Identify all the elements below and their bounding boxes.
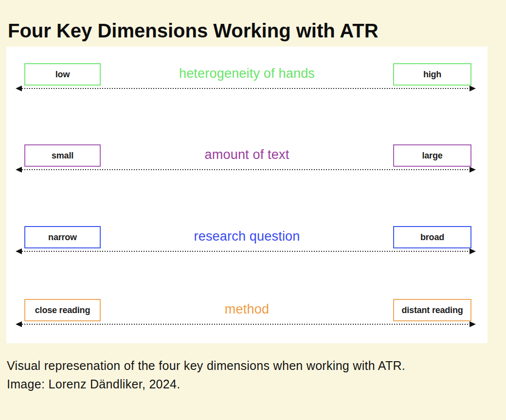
endpoint-label: large — [422, 151, 442, 161]
axis-line — [19, 324, 472, 325]
diagram-panel: low heterogeneity of hands high small am… — [6, 47, 488, 343]
caption-line-1: Visual represenation of the four key dim… — [7, 356, 405, 375]
axis-line — [19, 251, 472, 252]
arrow-right-icon — [470, 321, 476, 327]
arrow-right-icon — [470, 167, 476, 173]
page-title: Four Key Dimensions Working with ATR — [8, 20, 379, 42]
axis-arrow — [16, 321, 476, 327]
dimension-row-amount-of-text: small amount of text large — [6, 144, 488, 176]
endpoint-box-right: high — [393, 63, 471, 86]
endpoint-box-right: distant reading — [393, 299, 471, 321]
arrow-right-icon — [470, 248, 476, 254]
axis-line — [19, 88, 472, 89]
arrow-right-icon — [470, 86, 476, 91]
axis-arrow — [16, 248, 476, 254]
endpoint-label: distant reading — [401, 305, 463, 315]
endpoint-box-right: broad — [393, 226, 471, 248]
axis-arrow — [16, 167, 476, 173]
endpoint-label: broad — [420, 232, 444, 243]
axis-arrow — [16, 86, 476, 91]
dimension-row-method: close reading method distant reading — [6, 299, 488, 331]
caption-line-2: Image: Lorenz Dändliker, 2024. — [7, 375, 405, 393]
dimension-row-heterogeneity: low heterogeneity of hands high — [6, 63, 488, 95]
axis-line — [19, 169, 472, 170]
caption: Visual represenation of the four key dim… — [7, 356, 405, 393]
endpoint-label: high — [423, 70, 441, 80]
dimension-row-research-question: narrow research question broad — [6, 226, 488, 258]
endpoint-box-right: large — [393, 144, 471, 167]
